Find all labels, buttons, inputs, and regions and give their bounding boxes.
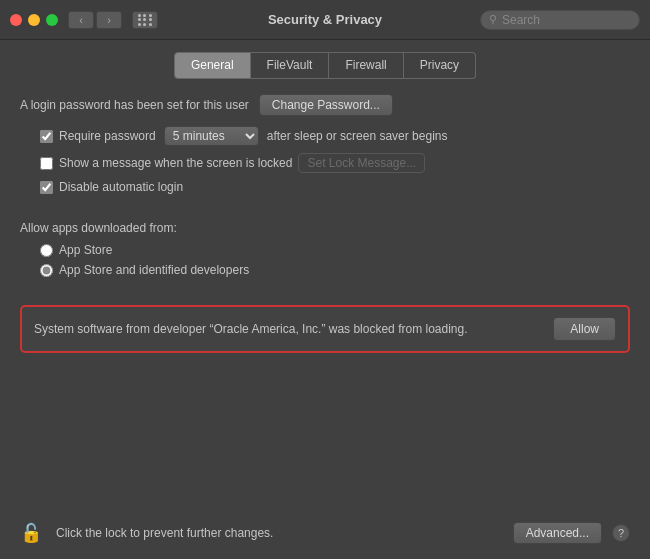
minimize-button[interactable]: [28, 14, 40, 26]
general-panel: A login password has been set for this u…: [20, 89, 630, 549]
require-password-select[interactable]: immediately 5 seconds 1 minute 5 minutes…: [164, 126, 259, 146]
allow-apps-title: Allow apps downloaded from:: [20, 221, 630, 235]
require-password-suffix: after sleep or screen saver begins: [267, 129, 448, 143]
disable-autologin-label: Disable automatic login: [59, 180, 183, 194]
login-password-section: A login password has been set for this u…: [20, 94, 630, 116]
main-content: General FileVault Firewall Privacy A log…: [0, 40, 650, 559]
help-button[interactable]: ?: [612, 524, 630, 542]
advanced-button[interactable]: Advanced...: [513, 522, 602, 544]
search-icon: ⚲: [489, 13, 497, 26]
radio-appstore-identified[interactable]: [40, 264, 53, 277]
change-password-button[interactable]: Change Password...: [259, 94, 393, 116]
require-password-checkbox[interactable]: [40, 130, 53, 143]
lock-icon[interactable]: 🔓: [20, 522, 42, 544]
grid-button[interactable]: [132, 11, 158, 29]
blocked-notice-box: System software from developer “Oracle A…: [20, 305, 630, 353]
grid-icon: [138, 14, 153, 26]
radio-appstore-identified-label: App Store and identified developers: [59, 263, 249, 277]
titlebar: ‹ › Security & Privacy ⚲: [0, 0, 650, 40]
show-message-label: Show a message when the screen is locked: [59, 156, 292, 170]
spacer: [20, 201, 630, 221]
back-button[interactable]: ‹: [68, 11, 94, 29]
nav-buttons: ‹ ›: [68, 11, 122, 29]
show-message-row: Show a message when the screen is locked…: [40, 153, 630, 173]
show-message-checkbox[interactable]: [40, 157, 53, 170]
radio-appstore-label: App Store: [59, 243, 112, 257]
fullscreen-button[interactable]: [46, 14, 58, 26]
tab-firewall[interactable]: Firewall: [329, 52, 403, 79]
disable-autologin-row: Disable automatic login: [40, 180, 630, 194]
search-input[interactable]: [502, 13, 631, 27]
tab-general[interactable]: General: [174, 52, 251, 79]
require-password-row: Require password immediately 5 seconds 1…: [40, 126, 630, 146]
close-button[interactable]: [10, 14, 22, 26]
radio-appstore[interactable]: [40, 244, 53, 257]
set-lock-message-button[interactable]: Set Lock Message...: [298, 153, 425, 173]
bottom-bar: 🔓 Click the lock to prevent further chan…: [20, 514, 630, 549]
radio-appstore-identified-row: App Store and identified developers: [40, 263, 630, 277]
tab-filevault[interactable]: FileVault: [251, 52, 330, 79]
tab-bar: General FileVault Firewall Privacy: [20, 40, 630, 89]
traffic-lights: [10, 14, 58, 26]
disable-autologin-checkbox[interactable]: [40, 181, 53, 194]
login-password-label: A login password has been set for this u…: [20, 98, 249, 112]
tab-privacy[interactable]: Privacy: [404, 52, 476, 79]
radio-appstore-row: App Store: [40, 243, 630, 257]
require-password-label: Require password: [59, 129, 156, 143]
allow-apps-section: Allow apps downloaded from: App Store Ap…: [20, 221, 630, 283]
lock-label: Click the lock to prevent further change…: [56, 526, 503, 540]
search-box[interactable]: ⚲: [480, 10, 640, 30]
window-title: Security & Privacy: [268, 12, 382, 27]
allow-button[interactable]: Allow: [553, 317, 616, 341]
forward-button[interactable]: ›: [96, 11, 122, 29]
blocked-message: System software from developer “Oracle A…: [34, 320, 543, 338]
